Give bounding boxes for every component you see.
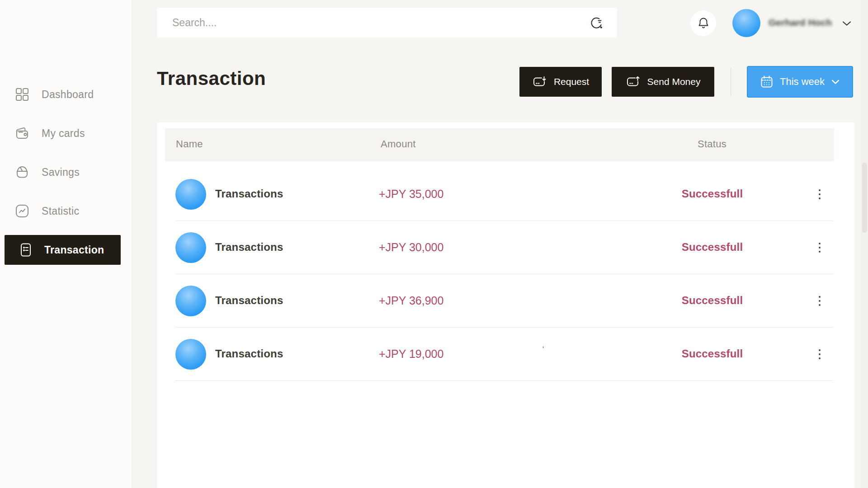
sidebar-item-my-cards[interactable]: My cards: [0, 118, 132, 148]
period-chevron-down-icon: [831, 79, 840, 85]
dashboard-grid-icon: [14, 88, 30, 101]
transaction-status: Successfull: [677, 188, 747, 200]
sidebar-nav: Dashboard My cards Saving: [0, 80, 132, 265]
transaction-amount: +JPY 36,900: [379, 294, 443, 307]
scrollbar-track[interactable]: [861, 0, 868, 488]
transaction-name: Transactions: [215, 347, 283, 360]
calendar-icon: [760, 75, 774, 89]
transaction-amount: +JPY 30,000: [379, 241, 443, 254]
transaction-avatar: [175, 339, 206, 370]
scrollbar-thumb[interactable]: [862, 163, 867, 233]
sidebar-item-statistic[interactable]: Statistic: [0, 196, 132, 226]
transaction-avatar: [175, 286, 206, 316]
table-header: Name Amount Status: [165, 128, 834, 161]
transaction-status: Successfull: [677, 241, 747, 253]
column-header-name: Name: [176, 138, 203, 150]
user-menu-chevron-down-icon[interactable]: [842, 20, 852, 27]
table-row: Transactions +JPY 30,000 Successfull: [175, 221, 833, 274]
sidebar-item-label: Transaction: [44, 244, 104, 256]
table-row: Transactions +JPY 19,000 Successfull: [175, 328, 833, 381]
request-button-label: Request: [554, 76, 589, 87]
row-menu-kebab-icon[interactable]: [814, 346, 826, 362]
period-dropdown-label: This week: [780, 76, 825, 88]
card-arrow-down-icon: [532, 76, 547, 88]
row-menu-kebab-icon[interactable]: [814, 186, 826, 202]
transactions-card: Name Amount Status Transactions +JPY 35,…: [157, 122, 854, 488]
actions-divider: [731, 68, 731, 96]
table-row: Transactions +JPY 36,900 Successfull: [175, 274, 833, 328]
transaction-avatar: [175, 232, 206, 263]
sidebar-item-savings[interactable]: Savings: [0, 157, 132, 187]
transaction-amount: +JPY 35,000: [379, 188, 443, 201]
column-header-amount: Amount: [381, 138, 416, 150]
savings-pot-icon: [14, 165, 30, 179]
send-money-button-label: Send Money: [647, 76, 701, 87]
sidebar-item-transaction[interactable]: Transaction: [5, 235, 121, 265]
user-name[interactable]: Gerhard Hoch: [769, 17, 840, 28]
period-dropdown[interactable]: This week: [747, 66, 853, 98]
column-header-status: Status: [683, 138, 741, 150]
search-input[interactable]: [157, 8, 617, 38]
sidebar-item-label: Dashboard: [42, 89, 94, 101]
sidebar-item-label: My cards: [42, 127, 85, 140]
search-icon[interactable]: [588, 14, 605, 32]
user-avatar[interactable]: [732, 9, 760, 37]
request-button[interactable]: Request: [519, 67, 602, 97]
search-bar: [157, 8, 617, 38]
table-row: Transactions +JPY 35,000 Successfull: [175, 168, 833, 221]
sidebar: Dashboard My cards Saving: [0, 0, 132, 488]
sidebar-item-label: Savings: [42, 166, 80, 178]
transaction-name: Transactions: [215, 294, 283, 307]
receipt-icon: [18, 243, 33, 257]
stray-artifact-mark: ': [542, 346, 544, 354]
statistic-chart-icon: [14, 204, 30, 218]
sidebar-item-dashboard[interactable]: Dashboard: [0, 80, 132, 109]
transaction-avatar: [175, 179, 206, 210]
table-body: Transactions +JPY 35,000 Successfull Tra…: [175, 168, 833, 381]
transaction-name: Transactions: [215, 188, 283, 200]
page-title: Transaction: [157, 68, 266, 89]
transaction-status: Successfull: [677, 294, 747, 307]
transaction-amount: +JPY 19,000: [379, 347, 443, 361]
row-menu-kebab-icon[interactable]: [814, 239, 826, 256]
bell-icon: [697, 17, 710, 30]
send-money-button[interactable]: Send Money: [612, 67, 714, 97]
transaction-name: Transactions: [215, 241, 283, 253]
transaction-status: Successfull: [677, 347, 747, 360]
row-menu-kebab-icon[interactable]: [814, 293, 826, 309]
sidebar-item-label: Statistic: [42, 205, 79, 217]
wallet-icon: [14, 127, 30, 140]
notifications-button[interactable]: [690, 10, 716, 36]
card-arrow-up-icon: [626, 76, 640, 88]
